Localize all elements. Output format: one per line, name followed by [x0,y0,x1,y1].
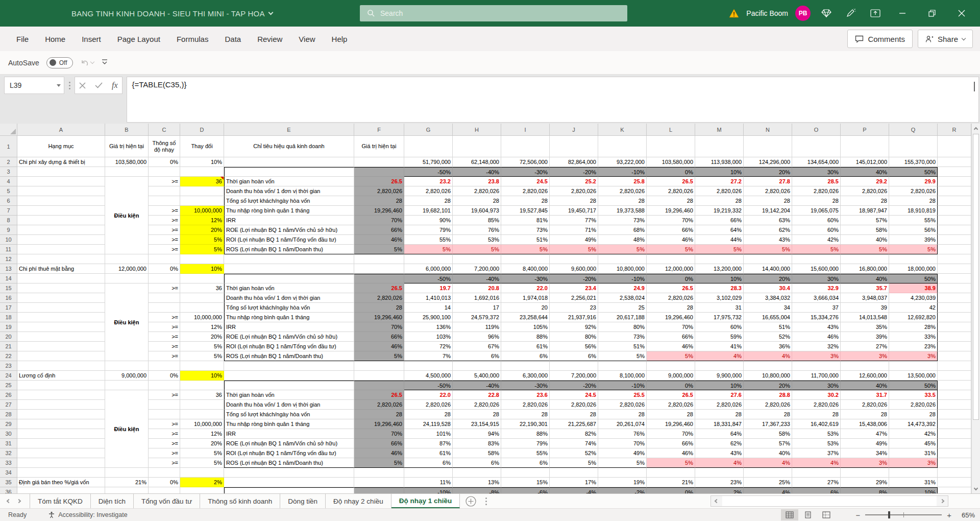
cell-K20[interactable]: 73% [598,332,647,342]
cell-N14[interactable]: 20% [744,274,792,283]
cell-O26[interactable]: 30.2 [792,390,841,400]
cell-F31[interactable]: 66% [354,439,404,448]
cell-O15[interactable]: 32.9 [792,283,841,293]
col-header-I[interactable]: I [501,124,550,136]
cell-E17[interactable]: Tổng số lượt khách/ngày hòa vốn [224,303,354,313]
cell-P28[interactable]: 28 [841,410,889,419]
cell-J5[interactable]: 2,820,026 [550,186,598,196]
cell-R28[interactable] [938,410,971,419]
cell-M3[interactable]: 10% [695,167,744,177]
cell-N18[interactable]: 16,655,004 [744,313,792,322]
undo-button[interactable] [80,59,94,67]
cell-C4[interactable]: >= [149,177,180,186]
cell-I15[interactable]: 22.0 [501,283,550,293]
cell-G27[interactable]: 2,820,026 [404,400,453,410]
cell-L16[interactable]: 2,820,026 [647,293,695,303]
cell-P5[interactable]: 2,820,026 [841,186,889,196]
row-header-28[interactable]: 28 [0,410,17,419]
cell-R35[interactable] [938,478,971,487]
cell-P23[interactable] [841,361,889,371]
cell-H2[interactable]: 62,148,000 [453,157,501,167]
cell-N8[interactable]: 63% [744,216,792,225]
cell-A35[interactable]: Định giá bán theo %/giá vốn [17,478,105,487]
cell-O10[interactable]: 42% [792,235,841,245]
cell-N7[interactable]: 19,142,204 [744,206,792,216]
cell-E25[interactable] [224,381,354,390]
cell-P21[interactable]: 27% [841,342,889,351]
cell-N23[interactable] [744,361,792,371]
cell-R21[interactable] [938,342,971,351]
cell-D7[interactable]: 10,000,000 [180,206,224,216]
cell-L10[interactable]: 46% [647,235,695,245]
cell-F11[interactable]: 5% [354,245,404,254]
cell-M8[interactable]: 66% [695,216,744,225]
cell-G31[interactable]: 87% [404,439,453,448]
select-all-corner[interactable] [0,124,17,136]
cell-R13[interactable] [938,264,971,274]
menu-tab-page-layout[interactable]: Page Layout [111,32,166,46]
cell-H29[interactable]: 23,154,915 [453,419,501,429]
cell-I16[interactable]: 1,974,018 [501,293,550,303]
cell-L6[interactable]: 28 [647,196,695,206]
cell-J35[interactable]: 17% [550,478,598,487]
cell-B34[interactable] [105,468,149,478]
cell-C16[interactable] [149,293,180,303]
cell-O11[interactable]: 5% [792,245,841,254]
cell-Q15[interactable]: 38.9 [889,283,938,293]
cell-K13[interactable]: 10,800,000 [598,264,647,274]
cell-O16[interactable]: 3,666,034 [792,293,841,303]
cell-N29[interactable]: 17,367,233 [744,419,792,429]
cell-F18[interactable]: 19,296,460 [354,313,404,322]
cell-H8[interactable]: 85% [453,216,501,225]
cell-R32[interactable] [938,448,971,458]
cell-P15[interactable]: 35.7 [841,283,889,293]
cell-C14[interactable] [149,274,180,283]
cell-C31[interactable]: >= [149,439,180,448]
cell-C6[interactable] [149,196,180,206]
cell-C34[interactable] [149,468,180,478]
cell-O17[interactable]: 37 [792,303,841,313]
cell-P7[interactable]: 18,987,947 [841,206,889,216]
cell-P19[interactable]: 35% [841,322,889,332]
autosave-toggle[interactable]: Off [46,57,73,68]
cell-K15[interactable]: 24.9 [598,283,647,293]
cell-F5[interactable]: 2,820,026 [354,186,404,196]
cell-P6[interactable]: 28 [841,196,889,206]
cell-D33[interactable]: 5% [180,458,224,468]
cell-J2[interactable]: 82,864,000 [550,157,598,167]
cell-B12[interactable] [105,254,149,264]
col-header-P[interactable]: P [841,124,889,136]
cell-O14[interactable]: 30% [792,274,841,283]
cell-A16[interactable] [17,293,105,303]
cell-N31[interactable]: 57% [744,439,792,448]
cell-D20[interactable]: 20% [180,332,224,342]
cell-Q24[interactable]: 13,500,000 [889,371,938,381]
row-header-17[interactable]: 17 [0,303,17,313]
cell-J7[interactable]: 19,450,717 [550,206,598,216]
cell-M16[interactable]: 3,102,029 [695,293,744,303]
cell-N4[interactable]: 27.8 [744,177,792,186]
cell-P24[interactable]: 12,600,000 [841,371,889,381]
cell-M34[interactable] [695,468,744,478]
cell-E4[interactable]: Thời gian hoàn vốn [224,177,354,186]
cell-Q7[interactable]: 18,910,819 [889,206,938,216]
cell-O23[interactable] [792,361,841,371]
cell-E15[interactable]: Thời gian hoàn vốn [224,283,354,293]
search-box[interactable]: Search [360,5,627,21]
cell-A31[interactable] [17,439,105,448]
cell-D30[interactable]: 12% [180,429,224,439]
cell-E34[interactable] [224,468,354,478]
cell-R20[interactable] [938,332,971,342]
cell-O2[interactable]: 134,654,000 [792,157,841,167]
cell-H35[interactable]: 13% [453,478,501,487]
cell-O31[interactable]: 53% [792,439,841,448]
cell-C32[interactable]: >= [149,448,180,458]
row-header-35[interactable]: 35 [0,478,17,487]
cell-L14[interactable]: 0% [647,274,695,283]
cell-I17[interactable]: 20 [501,303,550,313]
row-header-1[interactable]: 1 [0,136,17,157]
row-header-11[interactable]: 11 [0,245,17,254]
cell-K12[interactable] [598,254,647,264]
cell-E1[interactable]: Chỉ tiêu hiệu quả kinh doanh [224,136,354,157]
cell-E10[interactable]: ROI (Lợi nhuận BQ 1 năm/Tổng vốn đầu tư) [224,235,354,245]
